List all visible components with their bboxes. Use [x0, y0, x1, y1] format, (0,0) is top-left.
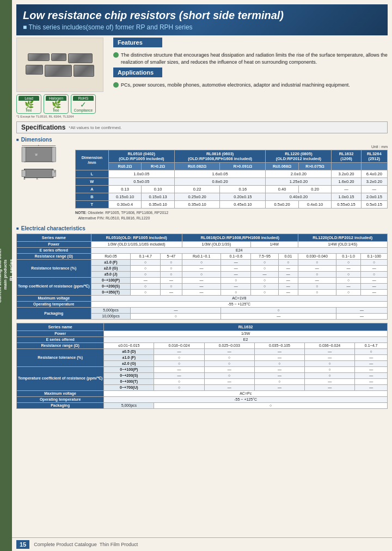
features-section: Features The distinctive structure that …: [113, 38, 388, 65]
elec2-row-tol-d: Resistance tolerance (%) ±0.5 (D) — — — …: [17, 348, 388, 354]
elec2-tcr-p-5: —: [355, 366, 388, 372]
dim-sub-header-2b: R>0.091Ω: [220, 163, 266, 170]
elec-tcr-label-s: 0~+200(S): [91, 283, 131, 289]
elec-tol-j-6: —: [278, 271, 298, 277]
elec-val-res-8: 0.030~0.040: [298, 253, 336, 259]
rohs-badge: RoHS ✓ Compliance: [71, 94, 96, 114]
page-number: 15: [16, 540, 29, 549]
electrical-table-1: Series name RL0510(OLD: RP1005 included)…: [16, 234, 388, 320]
elec-tol-g-3: —: [182, 265, 221, 271]
elec-tol-f-7: ○: [298, 259, 336, 265]
dim-val-A-1a: 0.13: [108, 186, 142, 193]
elec2-label-tcr: Temperature coefficient of resistance (p…: [17, 366, 104, 390]
dim-val-A-5: —: [361, 186, 388, 193]
footer: 15 Complete Product Catalogue Thin Film …: [12, 537, 392, 551]
elec-tol-f-3: ○: [182, 259, 221, 265]
elec-row-resistance-1: Resistance range (Ω) R≥0.05 0.1~4.7 5~47…: [17, 253, 388, 259]
elec2-tcr-p-3: —: [254, 366, 304, 372]
elec-tcr-t-7: ○: [298, 289, 336, 295]
elec-pkg-5k-1220: —: [336, 307, 387, 313]
elec-tcr-t-9: —: [361, 289, 388, 295]
elec-val-eseries: E24: [91, 247, 387, 253]
elec2-row-power: Power 1/3W: [17, 330, 388, 336]
svg-rect-2: [52, 147, 56, 162]
info-section: Features The distinctive structure that …: [113, 38, 388, 118]
dim-row-label-W: W: [76, 178, 109, 186]
elec2-tol-f-4: —: [305, 354, 355, 360]
elec-tcr-t-1: ○: [131, 289, 161, 295]
elec2-tcr-t-3: ○: [254, 378, 304, 384]
elec-tol-g-1: ○: [131, 265, 161, 271]
elec2-tcr-p-2: —: [204, 366, 254, 372]
elec2-tcr-u-3: —: [254, 384, 304, 390]
elec2-res-6: 0.1~4.7: [355, 342, 388, 348]
svg-rect-6: [24, 169, 53, 177]
elec2-tcr-u-2: —: [204, 384, 254, 390]
chip-photo: [16, 38, 103, 92]
elec-header-rl0816: RL0816(OLD:RP1608,RPH1608 included): [182, 234, 298, 241]
elec2-res-2: 0.016~0.024: [154, 342, 204, 348]
elec-tcr-s-3: —: [182, 283, 221, 289]
elec2-tcr-p-4: ○: [305, 366, 355, 372]
elec-val-res-6: 7.5~95: [251, 253, 279, 259]
elec2-tcr-s-5: —: [355, 372, 388, 378]
main-content: Low resistance chip resistors (short sid…: [12, 0, 392, 430]
dim-val-B-2b: 0.20±0.15: [220, 193, 266, 201]
elec-tcr-s-2: ○: [161, 283, 182, 289]
elec2-label-optemp: Operating temperature: [17, 396, 104, 402]
elec-tol-f-2: ○: [161, 259, 182, 265]
elec-label-tolerance: Resistance tolerance (%): [17, 259, 91, 277]
elec2-tol-f-5: —: [355, 354, 388, 360]
elec-tol-j-3: ○: [182, 271, 221, 277]
dim-val-W-5: 3.2±0.20: [361, 178, 388, 186]
dimension-diagram: W L B T A: [16, 145, 71, 221]
elec-tcr-t-3: —: [182, 289, 221, 295]
elec-val-res-10: 0.1~100: [361, 253, 388, 259]
elec-val-res-4: R≥0.1~0.1: [182, 253, 221, 259]
dim-val-W-4: 1.6±0.20: [332, 178, 361, 186]
elec2-res-5: 0.036~0.024: [305, 342, 355, 348]
elec-tol-j-1: ○: [131, 271, 161, 277]
elec-val-res-1: R≥0.05: [91, 253, 131, 259]
dim-val-L-5: 6.4±0.20: [361, 170, 388, 178]
elec-tcr-p-8: ○: [336, 277, 360, 283]
elec-pkg-10k-0816: —: [221, 313, 336, 319]
elec2-tol-d-1: —: [154, 348, 204, 354]
dim-row-W: W 0.5±0.05 0.8±0.20 1.25±0.20 1.6±0.20 3…: [76, 178, 388, 186]
elec2-tol-d-3: —: [254, 348, 304, 354]
dim-val-T-4: 0.55±0.15: [332, 201, 361, 209]
dim-val-A-2a: 0.22: [174, 186, 219, 193]
dim-col-header-5: RL3264(2512): [361, 150, 388, 163]
dim-val-L-2: 1.6±0.05: [174, 170, 265, 178]
dim-val-T-2a: 0.35±0.10: [174, 201, 219, 209]
elec-row-tcr-1p: Temp coefficient of resistance (ppm/℃) 0…: [17, 277, 388, 283]
dim-val-B-1a: 0.15±0.10: [108, 193, 142, 201]
elec2-tcr-label-s: 0~+200(S): [104, 372, 154, 378]
elec2-tol-d-4: —: [305, 348, 355, 354]
elec2-tol-g-3: ○: [254, 360, 304, 366]
dim-val-A-3a: 0.40: [266, 186, 298, 193]
elec-tol-j-2: ○: [161, 271, 182, 277]
dimensions-content: W L B T A: [16, 145, 388, 221]
elec-val-power-1220: 1/4W (OLD:1/4S): [298, 241, 387, 247]
dim-sub-header-5: [361, 163, 388, 170]
elec2-tol-f-1: ○: [154, 354, 204, 360]
elec-val-optemp: -55 ~ +125°C: [91, 301, 387, 307]
elec2-row-pkg: Packaging 5,000pcs ○: [17, 402, 388, 408]
svg-rect-7: [22, 170, 26, 176]
elec2-tol-d-5: ○: [355, 348, 388, 354]
dim-sub-header-2a: R≤0.082Ω: [174, 163, 219, 170]
elec-label-maxvolt: Maximum voltage: [17, 295, 91, 301]
elec-tcr-p-1: —: [131, 277, 161, 283]
elec2-label-resistance: Resistance range (Ω): [17, 342, 104, 348]
dim-sub-header-3b: R>0.075Ω: [298, 163, 332, 170]
elec-val-res-5: 0.1~0.6: [221, 253, 251, 259]
elec-tcr-label-t: 0~+350(T): [91, 289, 131, 295]
elec-val-maxvolt: AC=1V8: [91, 295, 387, 301]
elec2-tcr-u-5: —: [355, 384, 388, 390]
elec-pkg-label-5k: 5,000pcs: [91, 307, 131, 313]
dim-row-A: A 0.13 0.10 0.22 0.16 0.40 0.20 — —: [76, 186, 388, 193]
elec-tol-j-8: ○: [336, 271, 360, 277]
dimensions-heading: Dimensions: [16, 137, 388, 143]
elec-tcr-t-5: ○: [251, 289, 279, 295]
